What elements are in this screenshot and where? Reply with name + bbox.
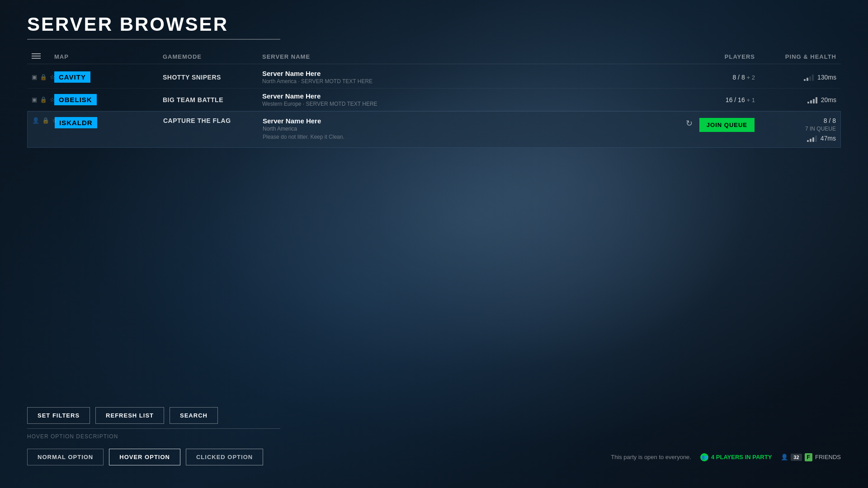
set-filters-button[interactable]: SET FILTERS xyxy=(27,407,90,424)
ping-cavity: 130ms xyxy=(755,74,836,81)
party-info: This party is open to everyone. 👥 4 PLAY… xyxy=(611,453,841,461)
col-ping-label: PING & HEALTH xyxy=(755,53,836,60)
col-players-label: PLAYERS xyxy=(665,53,755,60)
server-region-obelisk: Western Europe · SERVER MOTD TEXT HERE xyxy=(262,101,665,107)
ping-bar-3 xyxy=(809,76,811,81)
action-buttons: SET FILTERS REFRESH LIST SEARCH xyxy=(27,407,841,424)
star-icon: ☆ xyxy=(50,74,55,81)
lock-icon: 🔒 xyxy=(40,96,47,103)
row-icons-cavity: ▣ 🔒 ☆ xyxy=(32,74,54,81)
col-server-name-label: SERVER NAME xyxy=(262,53,665,60)
ping-bar-1 xyxy=(804,79,806,81)
players-iskaldr: 8 / 8 xyxy=(824,117,836,124)
ping-bar-4 xyxy=(816,97,817,103)
clicked-option-button[interactable]: CLICKED OPTION xyxy=(186,449,263,465)
person-icon: 👤 xyxy=(781,454,788,460)
ping-iskaldr: 47ms xyxy=(807,135,836,142)
normal-option-button[interactable]: NORMAL OPTION xyxy=(27,449,104,465)
ping-bars-cavity xyxy=(804,74,814,81)
friends-count: 👤 32 F FRIENDS xyxy=(781,453,841,461)
col-icons xyxy=(32,53,54,60)
server-region-iskaldr: North America xyxy=(263,126,664,132)
col-map-label: MAP xyxy=(54,53,163,60)
refresh-list-button[interactable]: REFRESH LIST xyxy=(95,407,164,424)
party-icon: 👥 xyxy=(700,453,708,461)
party-open-text: This party is open to everyone. xyxy=(611,454,691,460)
server-row-obelisk[interactable]: ▣ 🔒 ☆ OBELISK BIG TEAM BATTLE Server Nam… xyxy=(27,89,841,111)
ping-bar-2 xyxy=(807,78,808,81)
lock-icon: 🔒 xyxy=(42,117,49,124)
server-desc-iskaldr: Please do not litter. Keep it Clean. xyxy=(263,134,664,140)
star-icon: ☆ xyxy=(52,117,57,124)
map-name-obelisk: OBELISK xyxy=(54,94,163,105)
map-name-iskaldr: ISKALDR xyxy=(55,117,163,128)
table-header: MAP GAMEMODE SERVER NAME PLAYERS PING & … xyxy=(27,53,841,64)
ping-bar-2 xyxy=(810,139,811,142)
ping-bar-2 xyxy=(810,100,812,103)
ping-bar-1 xyxy=(807,140,809,142)
server-info-cavity: Server Name Here North America · SERVER … xyxy=(262,70,665,84)
refresh-icon[interactable]: ↻ xyxy=(684,118,695,129)
gamemode-iskaldr: CAPTURE THE FLAG xyxy=(163,117,263,124)
server-icon: ▣ xyxy=(32,74,37,81)
title-divider xyxy=(27,39,280,40)
expand-col-iskaldr: ↻ JOIN QUEUE xyxy=(664,117,755,132)
search-button[interactable]: SEARCH xyxy=(170,407,218,424)
server-info-iskaldr: Server Name Here North America Please do… xyxy=(263,117,664,140)
f-badge: F xyxy=(805,453,812,461)
ping-bar-4 xyxy=(815,136,817,142)
server-region-cavity: North America · SERVER MOTD TEXT HERE xyxy=(262,78,665,84)
ping-bar-4 xyxy=(812,75,814,81)
bottom-divider xyxy=(27,428,280,429)
row-icons-iskaldr: 👤 🔒 ☆ xyxy=(32,117,55,124)
party-players: 👥 4 PLAYERS IN PARTY xyxy=(700,453,772,461)
server-info-obelisk: Server Name Here Western Europe · SERVER… xyxy=(262,92,665,107)
server-row-iskaldr[interactable]: 👤 🔒 ☆ ISKALDR CAPTURE THE FLAG Server Na… xyxy=(27,111,841,148)
ping-bars-iskaldr xyxy=(807,135,817,142)
ping-obelisk: 20ms xyxy=(755,96,836,103)
menu-icon xyxy=(32,53,41,59)
bottom-section: SET FILTERS REFRESH LIST SEARCH HOVER OP… xyxy=(27,407,841,474)
row-icons-obelisk: ▣ 🔒 ☆ xyxy=(32,96,54,103)
join-queue-button[interactable]: JOIN QUEUE xyxy=(699,118,755,132)
star-icon: ☆ xyxy=(50,96,55,103)
lock-icon: 🔒 xyxy=(40,74,47,81)
map-name-cavity: CAVITY xyxy=(54,71,163,83)
option-buttons: NORMAL OPTION HOVER OPTION CLICKED OPTIO… xyxy=(27,449,263,465)
ping-bar-3 xyxy=(812,137,814,142)
server-icon: ▣ xyxy=(32,96,37,103)
ping-bars-obelisk xyxy=(807,96,817,103)
gamemode-cavity: SHOTTY SNIPERS xyxy=(163,74,262,81)
hover-option-button[interactable]: HOVER OPTION xyxy=(109,449,180,465)
page-title: SERVER BROWSER xyxy=(27,14,841,35)
players-iskaldr-col: 8 / 8 7 IN QUEUE 47ms xyxy=(755,117,836,142)
players-obelisk: 16 / 16 + 1 xyxy=(665,96,755,103)
col-gamemode-label: GAMEMODE xyxy=(163,53,262,60)
players-queue-iskaldr: 7 IN QUEUE xyxy=(805,126,836,132)
ping-bar-1 xyxy=(807,102,809,103)
players-cavity: 8 / 8 + 2 xyxy=(665,74,755,81)
gamemode-obelisk: BIG TEAM BATTLE xyxy=(163,96,262,103)
person-icon: 👤 xyxy=(32,117,39,124)
ping-bar-3 xyxy=(813,99,815,103)
server-row-cavity[interactable]: ▣ 🔒 ☆ CAVITY SHOTTY SNIPERS Server Name … xyxy=(27,66,841,89)
bottom-row: NORMAL OPTION HOVER OPTION CLICKED OPTIO… xyxy=(27,449,841,465)
hover-description: HOVER OPTION DESCRIPTION xyxy=(27,433,841,440)
